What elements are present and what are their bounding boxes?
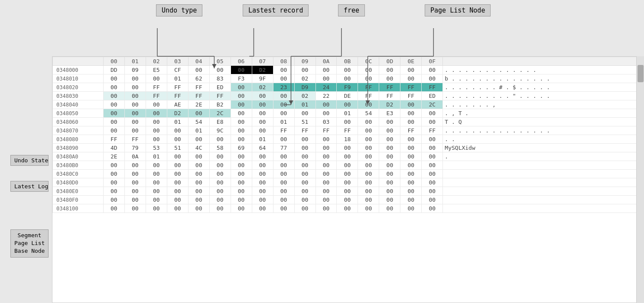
cell-byte: 00: [146, 204, 167, 213]
cell-byte: FF: [209, 92, 231, 100]
cell-byte: 00: [167, 161, 188, 170]
cell-byte: 01: [146, 152, 167, 161]
cell-byte: 00: [124, 100, 146, 109]
cell-byte: 00: [294, 187, 315, 196]
table-row: 0348010000000016283F39F0002000000000000b…: [53, 74, 644, 83]
cell-addr: 0348080: [53, 135, 104, 144]
cell-byte: 00: [167, 196, 188, 204]
cell-byte: 00: [273, 204, 294, 213]
cell-byte: 00: [273, 161, 294, 170]
header-addr: [53, 57, 104, 66]
cell-byte: 00: [167, 178, 188, 187]
cell-byte: 00: [209, 66, 231, 74]
cell-byte: 00: [422, 170, 443, 178]
cell-byte: 00: [422, 152, 443, 161]
table-row: 03480E000000000000000000000000000000000: [53, 187, 644, 196]
cell-ascii: MySQLXidw: [443, 144, 644, 152]
cell-byte: FF: [400, 83, 422, 92]
cell-byte: 00: [209, 187, 231, 196]
cell-byte: 00: [294, 144, 315, 152]
cell-ascii: . . . . . . . . # . $ . . . . .: [443, 83, 644, 92]
cell-byte: FF: [124, 135, 146, 144]
scrollbar-thumb[interactable]: [637, 65, 644, 82]
cell-byte: 00: [273, 178, 294, 187]
scrollbar[interactable]: [636, 56, 644, 303]
cell-byte: 00: [422, 74, 443, 83]
cell-byte: 00: [379, 126, 400, 135]
cell-byte: 00: [124, 126, 146, 135]
cell-byte: 00: [124, 170, 146, 178]
cell-byte: F9: [337, 83, 358, 92]
header-04: 04: [188, 57, 209, 66]
cell-byte: 00: [379, 118, 400, 126]
cell-byte: 00: [167, 187, 188, 196]
cell-byte: 00: [231, 92, 252, 100]
cell-byte: 00: [379, 178, 400, 187]
cell-byte: 00: [231, 126, 252, 135]
cell-byte: E5: [146, 66, 167, 74]
cell-byte: 00: [358, 170, 379, 178]
cell-byte: 00: [358, 118, 379, 126]
cell-byte: 00: [315, 152, 337, 161]
cell-byte: 00: [358, 100, 379, 109]
cell-byte: FF: [358, 92, 379, 100]
cell-byte: 77: [273, 144, 294, 152]
cell-byte: 00: [146, 118, 167, 126]
cell-byte: 2C: [422, 100, 443, 109]
cell-byte: 00: [273, 170, 294, 178]
cell-byte: 00: [209, 161, 231, 170]
cell-byte: 00: [400, 144, 422, 152]
cell-byte: 9C: [209, 126, 231, 135]
cell-ascii: b . . . . . . . . . . . . . . .: [443, 74, 644, 83]
header-0E: 0E: [400, 57, 422, 66]
annotation-undo-type: Undo type: [156, 4, 202, 16]
cell-byte: FF: [400, 92, 422, 100]
cell-byte: 00: [167, 126, 188, 135]
cell-ascii: [443, 187, 644, 196]
cell-byte: FF: [146, 83, 167, 92]
cell-byte: 00: [103, 83, 124, 92]
cell-byte: 00: [337, 170, 358, 178]
cell-byte: 00: [188, 187, 209, 196]
header-00: 00: [103, 57, 124, 66]
cell-byte: FF: [273, 126, 294, 135]
cell-byte: 00: [231, 187, 252, 196]
label-latest-log: Latest Log: [10, 181, 49, 192]
cell-byte: FF: [422, 83, 443, 92]
table-row: 0348040000000AE2EB200000001000000D2002C.…: [53, 100, 644, 109]
cell-byte: FF: [379, 92, 400, 100]
cell-byte: 00: [294, 152, 315, 161]
cell-byte: 24: [315, 83, 337, 92]
cell-byte: 01: [167, 74, 188, 83]
cell-byte: 00: [337, 178, 358, 187]
cell-byte: 00: [188, 204, 209, 213]
cell-byte: 00: [337, 204, 358, 213]
cell-byte: 00: [315, 66, 337, 74]
cell-addr: 03480A0: [53, 152, 104, 161]
cell-byte: 00: [358, 135, 379, 144]
cell-byte: 00: [103, 109, 124, 118]
cell-byte: FF: [422, 126, 443, 135]
cell-byte: 00: [188, 152, 209, 161]
cell-byte: 00: [379, 170, 400, 178]
cell-byte: FF: [337, 126, 358, 135]
cell-byte: 00: [315, 144, 337, 152]
cell-byte: 00: [422, 196, 443, 204]
cell-byte: 01: [167, 118, 188, 126]
cell-byte: D2: [167, 109, 188, 118]
cell-byte: 00: [315, 204, 337, 213]
cell-byte: FF: [146, 92, 167, 100]
cell-byte: 00: [252, 118, 273, 126]
cell-byte: 00: [146, 74, 167, 83]
cell-addr: 0348020: [53, 83, 104, 92]
cell-byte: 53: [146, 144, 167, 152]
cell-addr: 0348040: [53, 100, 104, 109]
cell-byte: 00: [315, 135, 337, 144]
header-0F: 0F: [422, 57, 443, 66]
table-row: 03480C000000000000000000000000000000000: [53, 170, 644, 178]
cell-byte: 00: [103, 196, 124, 204]
cell-byte: 01: [188, 126, 209, 135]
cell-byte: 00: [188, 161, 209, 170]
cell-byte: 00: [252, 161, 273, 170]
cell-byte: FF: [294, 126, 315, 135]
